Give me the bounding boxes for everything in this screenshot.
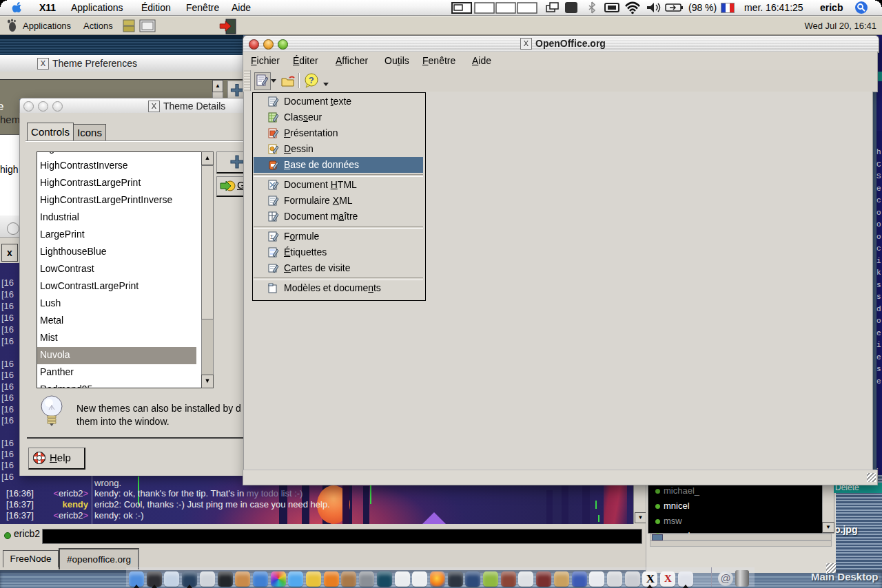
svg-text:?: ?	[309, 75, 314, 85]
